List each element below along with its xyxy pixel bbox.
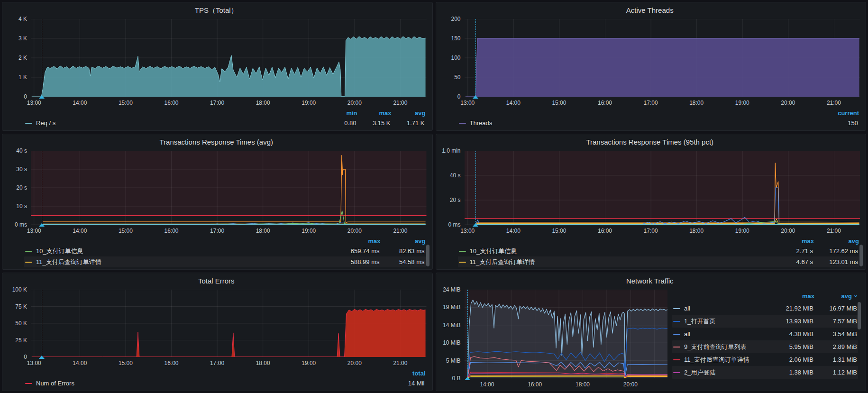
legend-column-header-avg[interactable]: avg <box>814 292 858 300</box>
y-axis-label: 4 K <box>18 16 27 22</box>
y-axis-label: 10 MiB <box>443 339 460 346</box>
legend-column-title: avg <box>849 238 859 245</box>
panel-title[interactable]: TPS（Total） <box>6 5 427 16</box>
legend-value: 1.71 K <box>391 119 425 127</box>
x-axis-label: 14:00 <box>506 100 521 106</box>
x-axis-label: 16:00 <box>164 100 179 106</box>
legend-row: 1_打开首页13.93 MiB7.57 MiB <box>672 315 858 328</box>
legend-row: Req / s0.803.15 K1.71 K <box>24 118 426 128</box>
y-axis-label: 200 <box>451 16 460 22</box>
series-color-dash <box>673 334 680 335</box>
legend-series-label[interactable]: Req / s <box>36 119 55 127</box>
x-axis-label: 15:00 <box>119 360 133 366</box>
legend-column-title: max <box>368 238 380 245</box>
annotation-line <box>42 19 42 97</box>
legend-series-label[interactable]: 11_支付后查询订单详情 <box>470 258 535 266</box>
legend-column-header-avg[interactable]: avg <box>814 238 859 245</box>
chart-plot[interactable] <box>465 19 860 97</box>
panel-content: 0 ms10 s20 s30 s40 s13:0014:0015:0016:00… <box>6 148 427 268</box>
x-axis-label: 20:00 <box>347 100 362 106</box>
legend-row: 11_支付后查询订单详情4.67 s123.01 ms <box>458 256 859 267</box>
legend-series-label[interactable]: all <box>684 330 690 338</box>
legend-series-label[interactable]: 11_支付后查询订单详情 <box>36 258 101 266</box>
legend-column-header-max[interactable]: max <box>336 238 381 245</box>
legend-column-header-avg[interactable]: avg <box>381 238 426 245</box>
legend: maxavgall21.92 MiB16.97 MiB1_打开首页13.93 M… <box>667 290 860 390</box>
legend-scrollbar[interactable] <box>858 302 861 329</box>
panel-title[interactable]: Network Traffic <box>440 275 860 287</box>
legend-column-title: avg <box>415 110 425 117</box>
x-axis-label: 21:00 <box>393 100 407 106</box>
panel-title[interactable]: Transactions Response Times (avg) <box>6 137 427 148</box>
x-axis-label: 18:00 <box>256 228 270 234</box>
legend-series-label[interactable]: Threads <box>470 119 493 127</box>
legend-value: 14 Mil <box>391 380 425 387</box>
legend: maxavg10_支付订单信息659.74 ms82.63 ms11_支付后查询… <box>6 236 427 268</box>
legend-series-label[interactable]: 11_支付后查询订单详情 <box>684 356 749 364</box>
legend-value: 21.92 MiB <box>770 305 813 312</box>
legend-scrollbar[interactable] <box>426 245 429 266</box>
chart-body: 050100150200 <box>440 19 860 97</box>
chart-plot[interactable] <box>31 151 427 225</box>
chart-plot[interactable] <box>465 290 668 378</box>
chart-svg[interactable] <box>465 290 668 378</box>
legend-column-header-max[interactable]: max <box>357 110 392 117</box>
chart-plot[interactable] <box>31 19 427 97</box>
panel-content: 01 K2 K3 K4 K13:0014:0015:0016:0017:0018… <box>6 16 427 129</box>
legend-column-header-max[interactable]: max <box>769 238 814 245</box>
x-axis-label: 17:00 <box>210 100 224 106</box>
panel-title[interactable]: Total Errors <box>6 275 427 287</box>
x-axis-label: 21:00 <box>393 228 407 234</box>
panel-rt-95: Transactions Response Times (95th pct)0 … <box>436 134 867 270</box>
y-axis-label: 1.0 min <box>442 147 460 154</box>
panel-content: 025 K50 K75 K100 K13:0014:0015:0016:0017… <box>6 287 427 390</box>
legend-column-header-current[interactable]: current <box>825 110 859 117</box>
legend-series-label[interactable]: 1_打开首页 <box>684 317 715 326</box>
legend-value: 82.63 ms <box>380 247 425 255</box>
chart-svg[interactable] <box>465 19 860 97</box>
legend-row: 9_支付前查询订单列表5.95 MiB2.89 MiB <box>672 340 858 353</box>
legend-header: maxavg <box>672 290 858 302</box>
legend-column-header-total[interactable]: total <box>392 370 426 377</box>
panel-title[interactable]: Transactions Response Times (95th pct) <box>440 137 860 148</box>
chart-area: 0 ms20 s40 s1.0 min13:0014:0015:0016:001… <box>440 148 860 236</box>
chart-svg[interactable] <box>465 151 860 225</box>
legend-row: all21.92 MiB16.97 MiB <box>672 302 858 315</box>
chart-plot[interactable] <box>465 151 860 225</box>
x-axis-label: 13:00 <box>27 360 41 366</box>
panel-title[interactable]: Active Threads <box>440 5 860 16</box>
legend-column-header-min[interactable]: min <box>323 110 357 117</box>
y-axis-label: 0 ms <box>448 221 460 228</box>
legend-series-label[interactable]: 9_支付前查询订单列表 <box>684 343 746 351</box>
chart-svg[interactable] <box>31 290 427 357</box>
x-axis-label: 20:00 <box>347 360 362 366</box>
x-axis-label: 20:00 <box>347 228 362 234</box>
chart-plot[interactable] <box>31 290 427 357</box>
legend-row: 10_支付订单信息2.71 s172.62 ms <box>458 246 859 256</box>
y-axis-label: 0 <box>24 93 27 100</box>
legend-scrollbar[interactable] <box>859 245 863 266</box>
y-axis-label: 50 K <box>15 320 27 327</box>
x-axis-label: 18:00 <box>689 100 704 106</box>
legend: maxavg10_支付订单信息2.71 s172.62 ms11_支付后查询订单… <box>440 236 860 268</box>
y-axis-label: 24 MiB <box>443 286 460 293</box>
chart-svg[interactable] <box>31 151 427 225</box>
y-axis-label: 30 s <box>16 166 27 173</box>
legend-series-label[interactable]: all <box>684 305 690 312</box>
legend-column-header-max[interactable]: max <box>771 292 814 300</box>
chart-svg[interactable] <box>31 19 427 97</box>
y-axis-label: 14 MiB <box>443 322 460 329</box>
y-axis-label: 20 s <box>16 184 27 191</box>
legend-series-label[interactable]: 10_支付订单信息 <box>36 247 83 256</box>
legend-column-header-avg[interactable]: avg <box>392 110 426 117</box>
legend-row: 10_支付订单信息659.74 ms82.63 ms <box>24 246 426 256</box>
legend-series-label[interactable]: 2_用户登陆 <box>684 368 715 377</box>
legend-series-label[interactable]: 10_支付订单信息 <box>470 247 517 256</box>
legend-series-label[interactable]: Num of Errors <box>36 380 74 387</box>
panel-rt-avg: Transactions Response Times (avg)0 ms10 … <box>2 134 433 270</box>
x-axis-label: 19:00 <box>302 360 316 366</box>
series-color-dash <box>673 308 680 309</box>
y-axis-label: 0 B <box>452 375 460 382</box>
annotation-line <box>42 290 42 357</box>
y-axis: 0 B5 MiB10 MiB14 MiB19 MiB24 MiB <box>440 290 465 378</box>
